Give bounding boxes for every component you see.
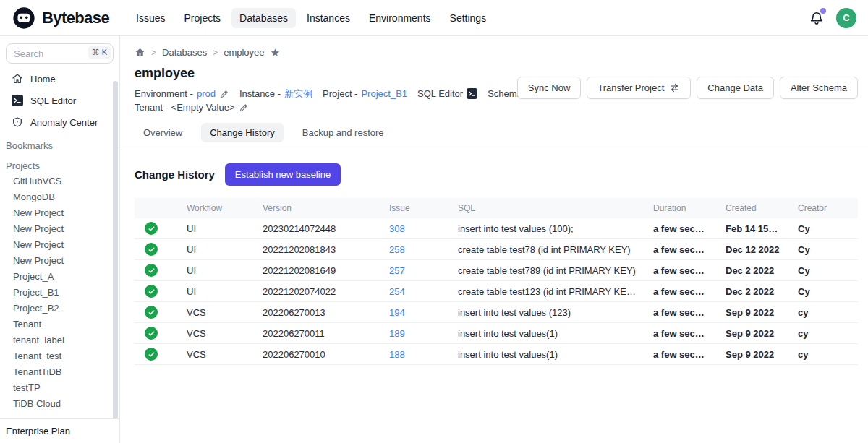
column-workflow: Workflow <box>178 203 254 213</box>
edit-pen-icon[interactable] <box>239 103 249 113</box>
breadcrumb-databases[interactable]: Databases <box>162 47 207 58</box>
table-row[interactable]: UI 20230214072448 308 insert into test v… <box>135 218 858 239</box>
cell-duration: a few seconds <box>644 244 717 255</box>
cell-version: 202206270011 <box>254 328 380 339</box>
sidebar-project-item[interactable]: Project_B2 <box>0 301 119 317</box>
cell-creator: cy <box>789 307 858 318</box>
sidebar-project-item[interactable]: Tenant_test <box>0 348 119 364</box>
success-check-icon <box>145 243 158 256</box>
cell-version: 20221202081843 <box>254 244 380 255</box>
user-avatar[interactable]: C <box>836 8 856 28</box>
sidebar-project-item[interactable]: tenant_label <box>0 332 119 348</box>
sidebar-project-item[interactable]: TiDB Cloud <box>0 396 119 412</box>
top-bar: Bytebase Issues Projects Databases Insta… <box>0 0 868 36</box>
cell-duration: a few seconds <box>644 307 717 318</box>
cell-duration: a few seconds <box>644 328 717 339</box>
success-check-icon <box>145 222 158 235</box>
sidebar-project-item[interactable]: New Project <box>0 221 119 237</box>
transfer-arrows-icon <box>669 82 680 93</box>
column-issue: Issue <box>380 203 449 213</box>
table-body: UI 20230214072448 308 insert into test v… <box>135 218 858 365</box>
brand[interactable]: Bytebase <box>12 6 109 30</box>
tab[interactable]: Overview <box>135 123 191 142</box>
cell-creator: Cy <box>789 223 858 234</box>
table-row[interactable]: UI 20221202074022 254 create table test1… <box>135 281 858 302</box>
cell-workflow: UI <box>178 244 254 255</box>
terminal-icon <box>467 88 477 99</box>
sidebar-project-item[interactable]: GitHubVCS <box>0 173 119 189</box>
table-row[interactable]: UI 20221202081843 258 create table test7… <box>135 239 858 260</box>
cell-workflow: UI <box>178 286 254 297</box>
environment-link[interactable]: prod <box>197 87 216 100</box>
change-data-button[interactable]: Change Data <box>697 77 774 99</box>
top-nav-item[interactable]: Instances <box>299 8 358 28</box>
cell-issue-link[interactable]: 194 <box>380 307 449 318</box>
top-nav-item[interactable]: Environments <box>361 8 439 28</box>
notification-dot <box>820 8 826 14</box>
meta-sql-editor-link[interactable]: SQL Editor <box>417 87 477 100</box>
cell-created: Sep 9 2022 <box>717 328 789 339</box>
sidebar-project-item[interactable]: TenantTiDB <box>0 364 119 380</box>
table-row[interactable]: UI 20221202081649 257 create table test7… <box>135 260 858 281</box>
sidebar-project-item[interactable]: MongoDB <box>0 189 119 205</box>
sync-now-button[interactable]: Sync Now <box>517 77 582 99</box>
top-nav-item[interactable]: Settings <box>442 8 495 28</box>
cell-workflow: UI <box>178 265 254 276</box>
cell-sql: create table test789 (id int PRIMARY KEY… <box>449 265 644 276</box>
sidebar-item-home[interactable]: Home <box>0 68 119 90</box>
cell-sql: insert into test values (123) <box>449 307 644 318</box>
transfer-project-button[interactable]: Transfer Project <box>587 77 691 99</box>
top-nav-item[interactable]: Projects <box>176 8 229 28</box>
page-actions: Sync Now Transfer Project Change Data Al… <box>517 77 858 99</box>
table-row[interactable]: VCS 202206270011 189 insert into test va… <box>135 323 858 344</box>
favorite-star-icon[interactable]: ★ <box>271 47 280 58</box>
cell-issue-link[interactable]: 258 <box>380 244 449 255</box>
tab[interactable]: Backup and restore <box>294 123 393 142</box>
cell-sql: insert into test values(1) <box>449 328 644 339</box>
cell-issue-link[interactable]: 254 <box>380 286 449 297</box>
cell-issue-link[interactable]: 257 <box>380 265 449 276</box>
cell-issue-link[interactable]: 189 <box>380 328 449 339</box>
sidebar-project-item[interactable]: New Project <box>0 205 119 221</box>
cell-duration: a few seconds <box>644 286 717 297</box>
shield-icon <box>12 116 23 128</box>
breadcrumb-current[interactable]: employee <box>224 47 264 58</box>
meta-tenant: Tenant - <Empty Value> <box>135 100 249 114</box>
top-navigation: Issues Projects Databases Instances Envi… <box>128 8 494 28</box>
cell-workflow: VCS <box>178 307 254 318</box>
sidebar-project-item[interactable]: testTP <box>0 380 119 396</box>
sidebar-project-item[interactable]: Project_A <box>0 269 119 285</box>
sidebar-project-item[interactable]: Tenant <box>0 317 119 332</box>
alter-schema-button[interactable]: Alter Schema <box>780 77 858 99</box>
sidebar-project-item[interactable]: Project_B1 <box>0 285 119 301</box>
sidebar-item-sql-editor[interactable]: SQL Editor <box>0 90 119 111</box>
cell-created: Sep 9 2022 <box>717 349 789 360</box>
sidebar-item-label: SQL Editor <box>30 95 76 106</box>
plan-badge[interactable]: Enterprise Plan <box>0 418 119 443</box>
cell-creator: cy <box>789 349 858 360</box>
top-nav-item[interactable]: Databases <box>231 8 296 28</box>
sidebar-item-anomaly-center[interactable]: Anomaly Center <box>0 111 119 133</box>
establish-baseline-button[interactable]: Establish new baseline <box>225 163 341 186</box>
top-nav-item[interactable]: Issues <box>128 8 173 28</box>
table-header-row: Workflow Version Issue SQL Duration Crea… <box>135 198 858 218</box>
cell-creator: cy <box>789 328 858 339</box>
cell-issue-link[interactable]: 308 <box>380 223 449 234</box>
table-row[interactable]: VCS 202206270010 188 insert into test va… <box>135 344 858 365</box>
success-check-icon <box>145 264 158 277</box>
table-row[interactable]: VCS 202206270013 194 insert into test va… <box>135 302 858 323</box>
sidebar-project-item[interactable]: New Project <box>0 253 119 269</box>
change-history-section: Change History Establish new baseline Wo… <box>120 150 868 365</box>
tab[interactable]: Change History <box>201 123 284 142</box>
sidebar-project-item[interactable]: New Project <box>0 237 119 253</box>
breadcrumb-home-icon[interactable] <box>135 47 145 58</box>
cell-issue-link[interactable]: 188 <box>380 349 449 360</box>
sidebar-item-label: Home <box>30 74 56 85</box>
notifications-bell-icon[interactable] <box>809 10 825 26</box>
edit-pen-icon[interactable] <box>219 89 229 99</box>
column-sql: SQL <box>449 203 644 213</box>
sidebar-scrollbar[interactable] <box>113 81 118 435</box>
instance-link[interactable]: 新实例 <box>284 87 312 100</box>
cell-created: Dec 2 2022 <box>717 265 789 276</box>
project-link[interactable]: Project_B1 <box>361 87 407 100</box>
